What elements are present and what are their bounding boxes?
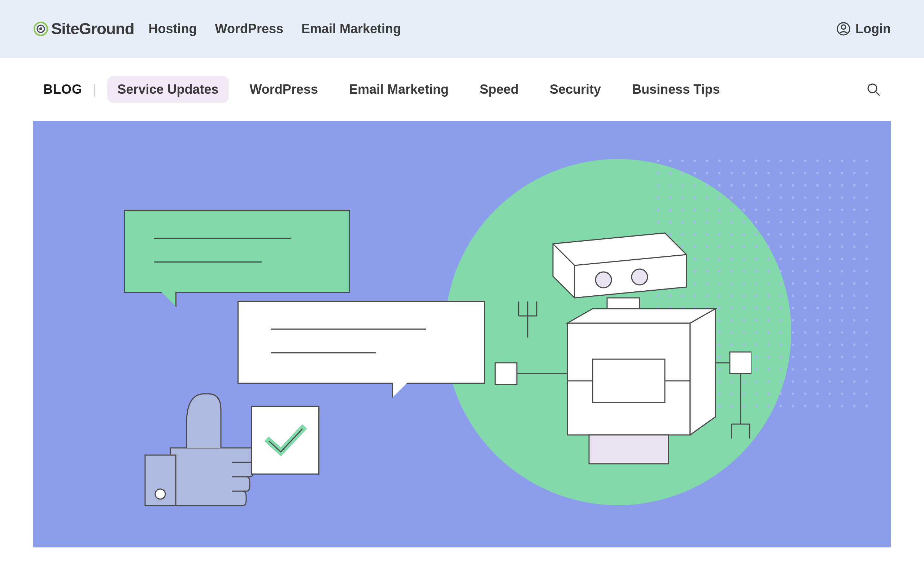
speech-bubble-white xyxy=(237,301,485,384)
svg-rect-27 xyxy=(589,435,669,464)
top-header: SiteGround Hosting WordPress Email Marke… xyxy=(0,0,924,58)
speech-line xyxy=(271,352,376,353)
svg-point-18 xyxy=(596,272,611,288)
robot-icon xyxy=(485,208,751,511)
hero-container xyxy=(0,121,924,548)
blog-nav-wordpress[interactable]: WordPress xyxy=(240,76,328,103)
svg-marker-22 xyxy=(690,309,716,435)
nav-hosting[interactable]: Hosting xyxy=(149,21,197,36)
speech-bubble-green xyxy=(124,210,350,293)
speech-line xyxy=(154,261,262,263)
svg-marker-16 xyxy=(553,233,687,298)
svg-rect-24 xyxy=(593,359,665,403)
brand-swirl-icon xyxy=(33,21,48,36)
svg-point-4 xyxy=(842,25,846,29)
main-nav: Hosting WordPress Email Marketing xyxy=(149,21,401,36)
blog-nav: BLOG | Service Updates WordPress Email M… xyxy=(43,76,730,103)
login-label: Login xyxy=(855,21,891,36)
svg-line-6 xyxy=(876,92,879,95)
logo-nav-group: SiteGround Hosting WordPress Email Marke… xyxy=(33,20,401,38)
blog-nav-speed[interactable]: Speed xyxy=(470,76,529,103)
svg-point-2 xyxy=(39,27,42,30)
speech-line xyxy=(154,238,291,239)
brand-logo[interactable]: SiteGround xyxy=(33,20,134,38)
nav-email-marketing[interactable]: Email Marketing xyxy=(301,21,401,36)
svg-rect-29 xyxy=(495,363,517,384)
blog-nav-business-tips[interactable]: Business Tips xyxy=(622,76,730,103)
hero-banner xyxy=(33,121,891,548)
check-box-icon xyxy=(251,406,320,475)
blog-nav-security[interactable]: Security xyxy=(540,76,611,103)
blog-nav-service-updates[interactable]: Service Updates xyxy=(107,76,228,103)
brand-name: SiteGround xyxy=(51,20,134,38)
svg-marker-23 xyxy=(567,309,716,323)
login-link[interactable]: Login xyxy=(837,21,891,36)
blog-sub-header: BLOG | Service Updates WordPress Email M… xyxy=(0,58,924,121)
user-circle-icon xyxy=(837,22,850,36)
nav-divider: | xyxy=(93,82,96,97)
blog-nav-email-marketing[interactable]: Email Marketing xyxy=(339,76,459,103)
thumbs-up-icon xyxy=(127,372,264,509)
svg-point-15 xyxy=(155,489,165,499)
svg-rect-35 xyxy=(730,352,751,374)
search-icon[interactable] xyxy=(866,82,881,97)
speech-line xyxy=(271,329,426,330)
nav-wordpress[interactable]: WordPress xyxy=(215,21,283,36)
svg-point-19 xyxy=(632,269,648,285)
blog-section-label[interactable]: BLOG xyxy=(43,82,82,97)
